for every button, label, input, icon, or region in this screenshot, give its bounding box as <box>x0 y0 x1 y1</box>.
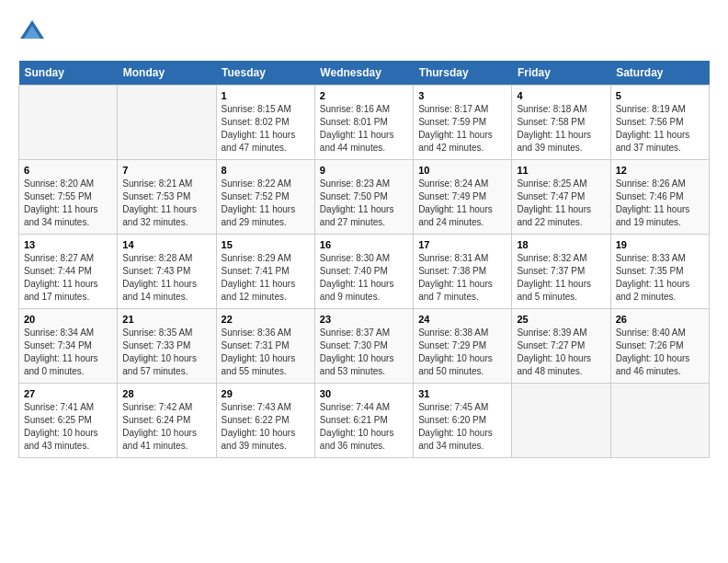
logo-icon <box>18 18 46 46</box>
calendar-cell: 14Sunrise: 8:28 AM Sunset: 7:43 PM Dayli… <box>118 235 216 309</box>
calendar-cell: 26Sunrise: 8:40 AM Sunset: 7:26 PM Dayli… <box>610 309 709 384</box>
day-number: 10 <box>418 165 506 176</box>
day-header-friday: Friday <box>512 61 610 86</box>
calendar-cell <box>610 384 709 458</box>
day-info: Sunrise: 7:44 AM Sunset: 6:21 PM Dayligh… <box>320 401 408 453</box>
calendar-header-row: SundayMondayTuesdayWednesdayThursdayFrid… <box>19 61 710 86</box>
day-number: 5 <box>616 90 704 101</box>
day-number: 27 <box>24 388 112 399</box>
day-info: Sunrise: 8:18 AM Sunset: 7:58 PM Dayligh… <box>517 103 605 155</box>
day-number: 22 <box>222 314 310 325</box>
calendar-week-row: 20Sunrise: 8:34 AM Sunset: 7:34 PM Dayli… <box>19 309 710 384</box>
day-number: 25 <box>517 314 605 325</box>
day-info: Sunrise: 8:30 AM Sunset: 7:40 PM Dayligh… <box>320 252 408 304</box>
day-info: Sunrise: 8:23 AM Sunset: 7:50 PM Dayligh… <box>320 178 408 229</box>
calendar-cell: 9Sunrise: 8:23 AM Sunset: 7:50 PM Daylig… <box>314 160 413 235</box>
day-info: Sunrise: 8:39 AM Sunset: 7:27 PM Dayligh… <box>517 327 605 378</box>
calendar-cell: 29Sunrise: 7:43 AM Sunset: 6:22 PM Dayli… <box>216 384 314 458</box>
calendar-cell: 31Sunrise: 7:45 AM Sunset: 6:20 PM Dayli… <box>414 384 512 458</box>
calendar-cell: 27Sunrise: 7:41 AM Sunset: 6:25 PM Dayli… <box>19 384 118 458</box>
calendar-cell: 22Sunrise: 8:36 AM Sunset: 7:31 PM Dayli… <box>216 309 314 384</box>
calendar-cell: 19Sunrise: 8:33 AM Sunset: 7:35 PM Dayli… <box>610 235 709 309</box>
calendar-cell: 7Sunrise: 8:21 AM Sunset: 7:53 PM Daylig… <box>118 160 216 235</box>
day-info: Sunrise: 8:35 AM Sunset: 7:33 PM Dayligh… <box>122 327 210 378</box>
calendar-cell <box>19 86 118 160</box>
day-info: Sunrise: 8:33 AM Sunset: 7:35 PM Dayligh… <box>616 252 704 304</box>
day-number: 20 <box>24 314 112 325</box>
calendar-week-row: 13Sunrise: 8:27 AM Sunset: 7:44 PM Dayli… <box>19 235 710 309</box>
logo <box>18 18 50 46</box>
calendar-cell: 4Sunrise: 8:18 AM Sunset: 7:58 PM Daylig… <box>512 86 610 160</box>
day-info: Sunrise: 7:45 AM Sunset: 6:20 PM Dayligh… <box>418 401 506 453</box>
calendar-week-row: 27Sunrise: 7:41 AM Sunset: 6:25 PM Dayli… <box>19 384 710 458</box>
calendar-cell: 11Sunrise: 8:25 AM Sunset: 7:47 PM Dayli… <box>512 160 610 235</box>
day-number: 12 <box>616 165 704 176</box>
day-info: Sunrise: 8:24 AM Sunset: 7:49 PM Dayligh… <box>418 178 506 229</box>
calendar-cell: 24Sunrise: 8:38 AM Sunset: 7:29 PM Dayli… <box>414 309 512 384</box>
day-number: 3 <box>418 90 506 101</box>
day-info: Sunrise: 8:21 AM Sunset: 7:53 PM Dayligh… <box>122 178 210 229</box>
calendar-cell <box>118 86 216 160</box>
day-info: Sunrise: 7:41 AM Sunset: 6:25 PM Dayligh… <box>24 401 112 453</box>
day-number: 21 <box>122 314 210 325</box>
day-info: Sunrise: 8:19 AM Sunset: 7:56 PM Dayligh… <box>616 103 704 155</box>
day-header-wednesday: Wednesday <box>314 61 413 86</box>
day-number: 2 <box>320 90 408 101</box>
day-header-saturday: Saturday <box>610 61 709 86</box>
day-info: Sunrise: 8:17 AM Sunset: 7:59 PM Dayligh… <box>418 103 506 155</box>
day-info: Sunrise: 8:26 AM Sunset: 7:46 PM Dayligh… <box>616 178 704 229</box>
calendar-cell <box>512 384 610 458</box>
calendar-cell: 30Sunrise: 7:44 AM Sunset: 6:21 PM Dayli… <box>314 384 413 458</box>
day-number: 13 <box>24 239 112 250</box>
day-number: 4 <box>517 90 605 101</box>
calendar-cell: 17Sunrise: 8:31 AM Sunset: 7:38 PM Dayli… <box>414 235 512 309</box>
calendar-cell: 6Sunrise: 8:20 AM Sunset: 7:55 PM Daylig… <box>19 160 118 235</box>
day-number: 24 <box>418 314 506 325</box>
day-number: 9 <box>320 165 408 176</box>
day-header-monday: Monday <box>118 61 216 86</box>
day-header-tuesday: Tuesday <box>216 61 314 86</box>
day-number: 15 <box>222 239 310 250</box>
day-number: 1 <box>222 90 310 101</box>
day-number: 28 <box>122 388 210 399</box>
calendar-cell: 2Sunrise: 8:16 AM Sunset: 8:01 PM Daylig… <box>314 86 413 160</box>
day-info: Sunrise: 8:28 AM Sunset: 7:43 PM Dayligh… <box>122 252 210 304</box>
day-info: Sunrise: 7:43 AM Sunset: 6:22 PM Dayligh… <box>222 401 310 453</box>
day-header-thursday: Thursday <box>414 61 512 86</box>
day-info: Sunrise: 8:32 AM Sunset: 7:37 PM Dayligh… <box>517 252 605 304</box>
day-number: 17 <box>418 239 506 250</box>
day-info: Sunrise: 8:31 AM Sunset: 7:38 PM Dayligh… <box>418 252 506 304</box>
day-number: 19 <box>616 239 704 250</box>
day-header-sunday: Sunday <box>19 61 118 86</box>
calendar-week-row: 6Sunrise: 8:20 AM Sunset: 7:55 PM Daylig… <box>19 160 710 235</box>
day-info: Sunrise: 8:16 AM Sunset: 8:01 PM Dayligh… <box>320 103 408 155</box>
day-info: Sunrise: 8:27 AM Sunset: 7:44 PM Dayligh… <box>24 252 112 304</box>
calendar-cell: 3Sunrise: 8:17 AM Sunset: 7:59 PM Daylig… <box>414 86 512 160</box>
calendar-cell: 23Sunrise: 8:37 AM Sunset: 7:30 PM Dayli… <box>314 309 413 384</box>
day-number: 11 <box>517 165 605 176</box>
day-info: Sunrise: 8:22 AM Sunset: 7:52 PM Dayligh… <box>222 178 310 229</box>
day-number: 16 <box>320 239 408 250</box>
calendar-cell: 20Sunrise: 8:34 AM Sunset: 7:34 PM Dayli… <box>19 309 118 384</box>
day-number: 8 <box>222 165 310 176</box>
day-number: 29 <box>222 388 310 399</box>
day-info: Sunrise: 8:25 AM Sunset: 7:47 PM Dayligh… <box>517 178 605 229</box>
day-info: Sunrise: 8:20 AM Sunset: 7:55 PM Dayligh… <box>24 178 112 229</box>
day-number: 30 <box>320 388 408 399</box>
day-number: 31 <box>418 388 506 399</box>
calendar-cell: 15Sunrise: 8:29 AM Sunset: 7:41 PM Dayli… <box>216 235 314 309</box>
calendar-cell: 8Sunrise: 8:22 AM Sunset: 7:52 PM Daylig… <box>216 160 314 235</box>
calendar-cell: 10Sunrise: 8:24 AM Sunset: 7:49 PM Dayli… <box>414 160 512 235</box>
calendar-week-row: 1Sunrise: 8:15 AM Sunset: 8:02 PM Daylig… <box>19 86 710 160</box>
day-info: Sunrise: 8:15 AM Sunset: 8:02 PM Dayligh… <box>222 103 310 155</box>
day-info: Sunrise: 8:38 AM Sunset: 7:29 PM Dayligh… <box>418 327 506 378</box>
day-info: Sunrise: 8:36 AM Sunset: 7:31 PM Dayligh… <box>222 327 310 378</box>
calendar-cell: 12Sunrise: 8:26 AM Sunset: 7:46 PM Dayli… <box>610 160 709 235</box>
day-info: Sunrise: 8:29 AM Sunset: 7:41 PM Dayligh… <box>222 252 310 304</box>
calendar-cell: 21Sunrise: 8:35 AM Sunset: 7:33 PM Dayli… <box>118 309 216 384</box>
day-info: Sunrise: 8:34 AM Sunset: 7:34 PM Dayligh… <box>24 327 112 378</box>
day-number: 7 <box>122 165 210 176</box>
day-info: Sunrise: 8:37 AM Sunset: 7:30 PM Dayligh… <box>320 327 408 378</box>
day-number: 26 <box>616 314 704 325</box>
calendar-table: SundayMondayTuesdayWednesdayThursdayFrid… <box>18 61 710 458</box>
